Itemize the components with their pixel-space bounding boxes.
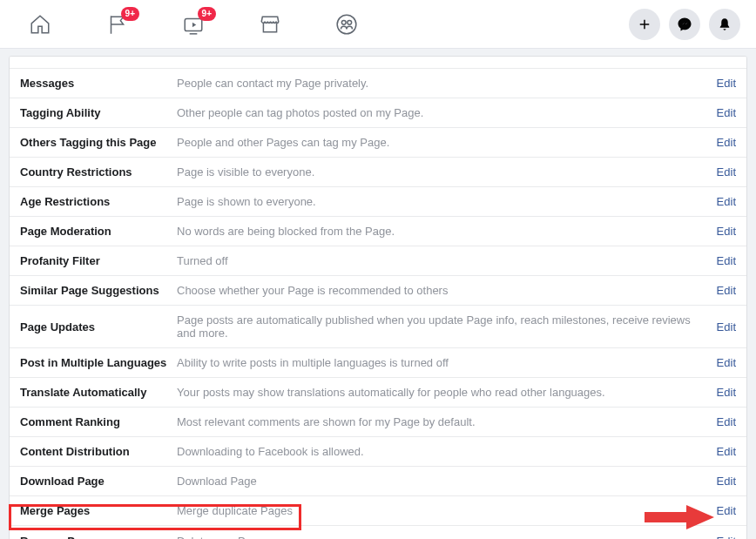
row-label: Merge Pages: [20, 504, 177, 517]
row-label: Comment Ranking: [20, 415, 177, 428]
row-label: Content Distribution: [20, 445, 177, 458]
edit-link[interactable]: Edit: [717, 535, 736, 540]
settings-row: Content DistributionDownloading to Faceb…: [10, 437, 746, 467]
settings-row: Download PageDownload PageEdit: [10, 467, 746, 496]
settings-row: Profanity FilterTurned offEdit: [10, 246, 746, 276]
row-description: People and other Pages can tag my Page.: [177, 136, 708, 149]
settings-row: Comment RankingMost relevant comments ar…: [10, 408, 746, 437]
row-label: Tagging Ability: [20, 106, 177, 119]
messenger-button[interactable]: [669, 9, 700, 40]
settings-row: Age RestrictionsPage is shown to everyon…: [10, 187, 746, 217]
row-label: Others Tagging this Page: [20, 136, 177, 149]
svg-point-1: [337, 15, 356, 34]
edit-link[interactable]: Edit: [717, 254, 736, 267]
row-description: Downloading to Facebook is allowed.: [177, 445, 708, 458]
settings-row: MessagesPeople can contact my Page priva…: [10, 69, 746, 98]
row-label: Page Moderation: [20, 225, 177, 238]
content-area: MessagesPeople can contact my Page priva…: [0, 49, 756, 539]
nav-left-group: 9+ 9+: [28, 12, 359, 37]
row-description: Page is visible to everyone.: [177, 165, 708, 179]
row-label: Page Updates: [20, 320, 177, 334]
edit-link[interactable]: Edit: [717, 386, 736, 399]
edit-link[interactable]: Edit: [717, 320, 736, 334]
row-label: Messages: [20, 77, 177, 90]
marketplace-icon[interactable]: [258, 12, 282, 37]
watch-badge: 9+: [198, 7, 216, 21]
row-description: Choose whether your Page is recommended …: [177, 284, 708, 297]
edit-link[interactable]: Edit: [717, 284, 736, 297]
top-navigation-bar: 9+ 9+: [0, 0, 756, 49]
settings-row: Country RestrictionsPage is visible to e…: [10, 158, 746, 187]
row-label: Age Restrictions: [20, 195, 177, 208]
edit-link[interactable]: Edit: [717, 475, 736, 488]
row-description: No words are being blocked from the Page…: [177, 225, 708, 238]
groups-icon[interactable]: [334, 12, 359, 37]
svg-point-2: [341, 20, 346, 24]
row-label: Download Page: [20, 475, 177, 488]
edit-link[interactable]: Edit: [717, 195, 736, 208]
row-description: Page is shown to everyone.: [177, 195, 708, 208]
watch-icon[interactable]: 9+: [181, 12, 206, 37]
row-label: Translate Automatically: [20, 386, 177, 399]
create-button[interactable]: [629, 9, 660, 40]
row-description: Turned off: [177, 254, 708, 267]
edit-link[interactable]: Edit: [717, 136, 736, 149]
edit-link[interactable]: Edit: [717, 445, 736, 458]
settings-row: Page ModerationNo words are being blocke…: [10, 217, 746, 246]
edit-link[interactable]: Edit: [717, 165, 736, 179]
edit-link[interactable]: Edit: [717, 504, 736, 517]
row-description: Page posts are automatically published w…: [177, 313, 708, 340]
settings-row: Others Tagging this PagePeople and other…: [10, 128, 746, 158]
pages-badge: 9+: [121, 7, 139, 21]
plus-icon: [637, 17, 652, 32]
row-description: Most relevant comments are shown for my …: [177, 415, 708, 428]
row-description: Ability to write posts in multiple langu…: [177, 356, 708, 369]
settings-row: Tagging AbilityOther people can tag phot…: [10, 98, 746, 128]
row-description: Delete your Page: [177, 535, 708, 540]
row-label: Country Restrictions: [20, 165, 177, 179]
edit-link[interactable]: Edit: [717, 356, 736, 369]
partial-row-top: [10, 57, 746, 69]
row-description: Download Page: [177, 475, 708, 488]
svg-point-3: [348, 20, 352, 24]
row-label: Post in Multiple Languages: [20, 356, 177, 369]
edit-link[interactable]: Edit: [717, 77, 736, 90]
row-label: Profanity Filter: [20, 254, 177, 267]
edit-link[interactable]: Edit: [717, 415, 736, 428]
settings-row: Remove PageDelete your PageEdit: [10, 526, 746, 539]
settings-list: MessagesPeople can contact my Page priva…: [9, 56, 747, 539]
nav-right-group: [629, 9, 740, 40]
edit-link[interactable]: Edit: [717, 225, 736, 238]
notifications-button[interactable]: [709, 9, 740, 40]
messenger-icon: [677, 17, 692, 32]
pages-flag-icon[interactable]: 9+: [105, 12, 129, 37]
row-description: Merge duplicate Pages: [177, 504, 708, 517]
row-label: Similar Page Suggestions: [20, 284, 177, 297]
home-icon[interactable]: [28, 12, 52, 37]
bell-icon: [717, 17, 732, 32]
row-description: People can contact my Page privately.: [177, 77, 708, 90]
settings-row: Post in Multiple LanguagesAbility to wri…: [10, 348, 746, 378]
settings-row: Similar Page SuggestionsChoose whether y…: [10, 276, 746, 306]
settings-row: Page UpdatesPage posts are automatically…: [10, 306, 746, 348]
settings-row: Merge PagesMerge duplicate PagesEdit: [10, 496, 746, 526]
row-description: Your posts may show translations automat…: [177, 386, 708, 399]
settings-row: Translate AutomaticallyYour posts may sh…: [10, 378, 746, 408]
row-label: Remove Page: [20, 535, 177, 540]
row-description: Other people can tag photos posted on my…: [177, 106, 708, 119]
edit-link[interactable]: Edit: [717, 106, 736, 119]
